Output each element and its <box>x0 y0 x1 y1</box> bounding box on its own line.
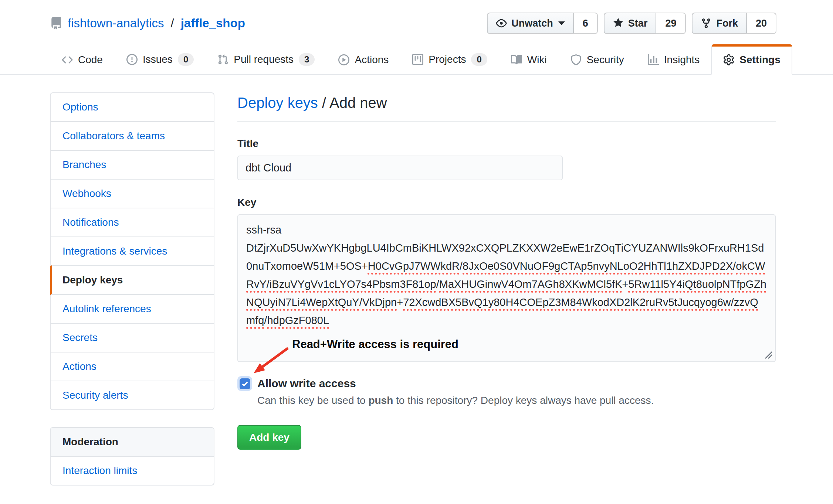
tab-wiki[interactable]: Wiki <box>499 44 559 75</box>
breadcrumb-separator: / <box>318 95 329 111</box>
book-icon <box>511 54 522 65</box>
unwatch-button[interactable]: Unwatch <box>487 13 574 34</box>
star-icon <box>613 18 624 29</box>
sidebar-item-interaction-limits[interactable]: Interaction limits <box>51 456 214 485</box>
allow-write-access-label[interactable]: Allow write access <box>257 377 356 390</box>
repo-tab-bar: Code Issues 0 Pull requests 3 Actions Pr… <box>0 44 833 75</box>
key-field-wrap: ssh-rsa DtZjrXuD5UwXwYKHgbgLU4IbCmBiKHLW… <box>237 214 776 362</box>
watch-count[interactable]: 6 <box>574 13 598 34</box>
tab-pull-requests[interactable]: Pull requests 3 <box>206 44 326 75</box>
page-title: Deploy keys / Add new <box>237 92 776 122</box>
sidebar-item-collaborators-teams[interactable]: Collaborators & teams <box>51 121 214 150</box>
help-text: Can this key be used to <box>257 395 368 406</box>
tab-label: Actions <box>355 54 389 66</box>
pull-request-icon <box>217 54 228 65</box>
tab-label: Pull requests <box>234 54 294 65</box>
fork-count[interactable]: 20 <box>747 13 776 34</box>
allow-write-access-help: Can this key be used to push to this rep… <box>257 395 776 406</box>
tab-issues[interactable]: Issues 0 <box>115 44 206 75</box>
settings-menu: Options Collaborators & teams Branches W… <box>50 92 214 410</box>
fork-label: Fork <box>716 18 738 29</box>
graph-icon <box>648 54 659 65</box>
repo-separator: / <box>169 16 175 30</box>
shield-icon <box>570 54 582 65</box>
tab-code[interactable]: Code <box>50 44 115 75</box>
gear-icon <box>723 54 734 65</box>
deploy-key-form: Deploy keys / Add new Title Key ssh-rsa … <box>237 92 776 486</box>
sidebar-item-actions[interactable]: Actions <box>51 352 214 381</box>
star-count[interactable]: 29 <box>656 13 686 34</box>
project-icon <box>412 54 423 65</box>
key-field-label: Key <box>237 197 776 208</box>
fork-button-group: Fork 20 <box>692 13 776 34</box>
title-field-label: Title <box>237 138 776 150</box>
deploy-key-textarea[interactable]: ssh-rsa DtZjrXuD5UwXwYKHgbgLU4IbCmBiKHLW… <box>237 214 776 362</box>
watch-button-group: Unwatch 6 <box>487 13 598 34</box>
tab-projects[interactable]: Projects 0 <box>400 44 499 75</box>
breadcrumb-current: Add new <box>329 95 387 111</box>
add-key-button[interactable]: Add key <box>237 425 301 450</box>
help-text: to this repository? Deploy keys always h… <box>393 395 654 406</box>
deploy-keys-link[interactable]: Deploy keys <box>237 95 318 111</box>
sidebar-item-options[interactable]: Options <box>51 93 214 121</box>
eye-icon <box>496 18 507 29</box>
allow-write-access-row: Allow write access <box>237 376 776 391</box>
repo-owner-link[interactable]: fishtown-analytics <box>68 16 164 30</box>
help-text-push: push <box>368 395 393 406</box>
settings-sidebar: Options Collaborators & teams Branches W… <box>50 92 214 486</box>
star-button[interactable]: Star <box>604 13 657 34</box>
fork-button[interactable]: Fork <box>692 13 747 34</box>
tab-label: Wiki <box>527 54 547 66</box>
tab-label: Settings <box>739 54 780 66</box>
allow-write-access-checkbox[interactable] <box>237 376 252 391</box>
checkbox-checked-state <box>240 378 250 389</box>
repo-header: fishtown-analytics / jaffle_shop Unwatch… <box>0 0 833 34</box>
chevron-down-icon <box>558 21 565 25</box>
sidebar-item-webhooks[interactable]: Webhooks <box>51 179 214 208</box>
sidebar-item-branches[interactable]: Branches <box>51 150 214 179</box>
repo-action-buttons: Unwatch 6 Star 29 Fork 20 <box>487 13 776 34</box>
key-textarea-content: ssh-rsa DtZjrXuD5UwXwYKHgbgLU4IbCmBiKHLW… <box>246 224 766 326</box>
moderation-header: Moderation <box>51 428 214 456</box>
sidebar-item-notifications[interactable]: Notifications <box>51 208 214 236</box>
moderation-menu: Moderation Interaction limits <box>50 427 214 486</box>
resize-handle-icon[interactable] <box>765 351 773 359</box>
issue-icon <box>126 54 138 65</box>
tab-actions[interactable]: Actions <box>326 44 400 75</box>
tab-security[interactable]: Security <box>559 44 636 75</box>
tab-settings[interactable]: Settings <box>711 44 792 75</box>
play-icon <box>338 54 349 65</box>
star-label: Star <box>628 18 648 29</box>
unwatch-label: Unwatch <box>511 18 553 29</box>
tab-label: Issues <box>143 54 173 65</box>
repo-name-link[interactable]: jaffle_shop <box>181 16 245 30</box>
sidebar-item-deploy-keys[interactable]: Deploy keys <box>51 265 214 294</box>
tab-label: Insights <box>664 54 700 66</box>
fork-icon <box>701 18 712 29</box>
sidebar-item-secrets[interactable]: Secrets <box>51 323 214 352</box>
star-button-group: Star 29 <box>604 13 686 34</box>
pull-requests-count-badge: 3 <box>299 53 315 66</box>
check-icon <box>241 380 248 387</box>
tab-label: Security <box>587 54 624 66</box>
tab-insights[interactable]: Insights <box>636 44 712 75</box>
issues-count-badge: 0 <box>178 53 194 66</box>
sidebar-item-autolink-references[interactable]: Autolink references <box>51 294 214 323</box>
sidebar-item-security-alerts[interactable]: Security alerts <box>51 381 214 409</box>
sidebar-item-integrations-services[interactable]: Integrations & services <box>51 236 214 265</box>
projects-count-badge: 0 <box>471 53 487 66</box>
repo-icon <box>50 17 62 30</box>
code-icon <box>62 54 73 65</box>
repo-title: fishtown-analytics / jaffle_shop <box>50 16 245 30</box>
title-input[interactable] <box>237 156 563 180</box>
settings-content: Options Collaborators & teams Branches W… <box>0 75 833 504</box>
tab-label: Projects <box>429 54 466 65</box>
tab-label: Code <box>78 54 103 66</box>
